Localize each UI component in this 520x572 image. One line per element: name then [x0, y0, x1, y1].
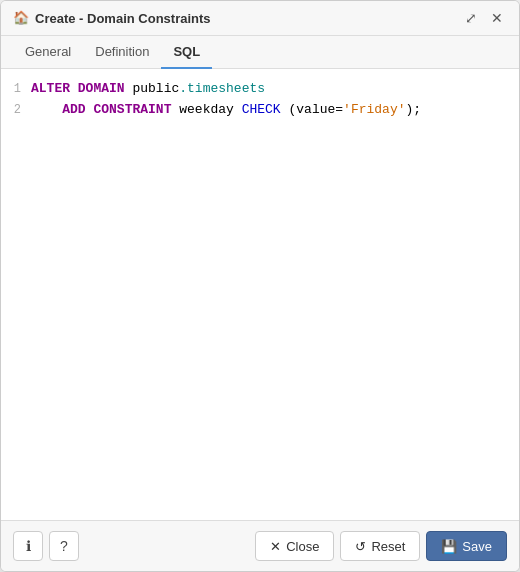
reset-button[interactable]: ↺ Reset — [340, 531, 420, 561]
close-label: Close — [286, 539, 319, 554]
code-editor[interactable]: 1 ALTER DOMAIN public.timesheets 2 ADD C… — [1, 69, 519, 131]
save-label: Save — [462, 539, 492, 554]
footer-left: ℹ ? — [13, 531, 79, 561]
footer-right: ✕ Close ↺ Reset 💾 Save — [255, 531, 507, 561]
line-code-1: ALTER DOMAIN public.timesheets — [31, 79, 519, 100]
footer: ℹ ? ✕ Close ↺ Reset 💾 Save — [1, 520, 519, 571]
title-bar-right: ⤢ ✕ — [461, 9, 507, 27]
help-button[interactable]: ? — [49, 531, 79, 561]
title-bar: 🏠 Create - Domain Constraints ⤢ ✕ — [1, 1, 519, 36]
tab-definition[interactable]: Definition — [83, 36, 161, 69]
reset-label: Reset — [371, 539, 405, 554]
dialog: 🏠 Create - Domain Constraints ⤢ ✕ Genera… — [0, 0, 520, 572]
code-line-2: 2 ADD CONSTRAINT weekday CHECK (value='F… — [1, 100, 519, 121]
close-button[interactable]: ✕ Close — [255, 531, 334, 561]
line-num-2: 2 — [1, 100, 31, 120]
expand-button[interactable]: ⤢ — [461, 9, 481, 27]
keyword-check: CHECK — [242, 102, 281, 117]
line-num-1: 1 — [1, 79, 31, 99]
tab-bar: General Definition SQL — [1, 36, 519, 69]
save-icon: 💾 — [441, 539, 457, 554]
title-icon: 🏠 — [13, 10, 29, 26]
string-value: 'Friday' — [343, 102, 405, 117]
schema-table: .timesheets — [179, 81, 265, 96]
tab-sql[interactable]: SQL — [161, 36, 212, 69]
info-button[interactable]: ℹ — [13, 531, 43, 561]
save-button[interactable]: 💾 Save — [426, 531, 507, 561]
tab-general[interactable]: General — [13, 36, 83, 69]
keyword-add: ADD CONSTRAINT — [62, 102, 171, 117]
reset-icon: ↺ — [355, 539, 366, 554]
code-line-1: 1 ALTER DOMAIN public.timesheets — [1, 79, 519, 100]
sql-content: 1 ALTER DOMAIN public.timesheets 2 ADD C… — [1, 69, 519, 520]
close-icon: ✕ — [270, 539, 281, 554]
close-window-button[interactable]: ✕ — [487, 9, 507, 27]
line-code-2: ADD CONSTRAINT weekday CHECK (value='Fri… — [31, 100, 519, 121]
title-bar-left: 🏠 Create - Domain Constraints — [13, 10, 211, 26]
title-text: Create - Domain Constraints — [35, 11, 211, 26]
keyword-alter: ALTER DOMAIN — [31, 81, 125, 96]
